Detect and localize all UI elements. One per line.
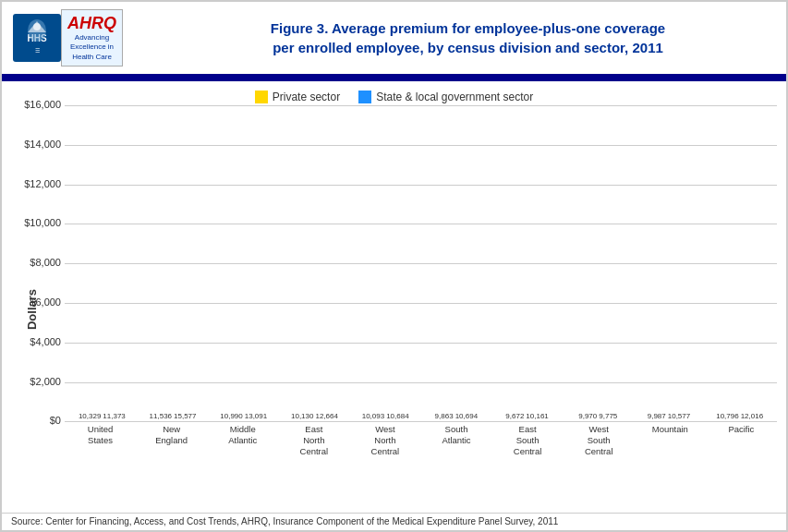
govt-bar-wrap: 11,373: [103, 412, 125, 421]
bar-group: 9,86310,694: [421, 105, 492, 421]
x-label: EastSouthCentral: [492, 421, 564, 457]
y-tick-label: $10,000: [17, 217, 61, 228]
y-tick-label: $4,000: [17, 336, 61, 347]
private-bar-wrap: 10,796: [716, 412, 738, 421]
chart-inner: $16,000$14,000$12,000$10,000$8,000$6,000…: [65, 105, 777, 457]
govt-swatch: [358, 91, 371, 103]
private-bar-wrap: 10,130: [291, 412, 313, 421]
title-line2: per enrolled employee, by census divisio…: [273, 40, 663, 55]
x-label: Mountain: [635, 421, 706, 457]
x-label: Pacific: [706, 421, 777, 457]
govt-bar-wrap: 9,775: [599, 412, 617, 421]
ahrq-text: AHRQ: [67, 14, 116, 33]
x-label: WestSouthCentral: [564, 421, 635, 457]
x-label: MiddleAtlantic: [207, 421, 278, 457]
bar-value-label: 13,091: [245, 412, 267, 420]
bar-value-label: 10,990: [220, 412, 242, 420]
govt-bar-wrap: 12,016: [741, 412, 763, 421]
bar-value-label: 10,684: [386, 412, 408, 420]
govt-bar-wrap: 13,091: [245, 412, 267, 421]
bar-group: 9,9709,775: [563, 105, 634, 421]
govt-bar-wrap: 10,161: [526, 412, 548, 421]
legend-private: Private sector: [255, 91, 340, 103]
bar-value-label: 10,161: [526, 412, 548, 420]
ahrq-logo: AHRQ AdvancingExcellence inHealth Care: [61, 9, 123, 66]
private-bar-wrap: 10,329: [79, 412, 101, 421]
bar-group: 10,32911,373: [67, 105, 138, 421]
bar-group: 9,98710,577: [634, 105, 705, 421]
bar-group: 9,67210,161: [491, 105, 563, 421]
govt-bar-wrap: 10,684: [386, 412, 408, 421]
govt-bar-wrap: 10,577: [668, 412, 690, 421]
x-label: EastNorthCentral: [278, 421, 349, 457]
y-axis-label: Dollars: [25, 289, 39, 330]
bar-value-label: 10,130: [291, 412, 313, 420]
source-text: Source: Center for Financing, Access, an…: [2, 513, 786, 530]
x-label: NewEngland: [136, 421, 207, 457]
y-tick-label: $12,000: [17, 178, 61, 189]
private-bar-wrap: 11,536: [150, 412, 172, 421]
bar-value-label: 11,536: [150, 412, 172, 420]
y-tick-label: $16,000: [17, 99, 61, 110]
bar-value-label: 11,373: [103, 412, 125, 420]
bar-value-label: 15,577: [174, 412, 196, 420]
private-bar-wrap: 9,970: [578, 412, 597, 421]
x-label: SouthAtlantic: [420, 421, 491, 457]
private-bar-wrap: 9,672: [505, 412, 524, 421]
x-label: UnitedStates: [65, 421, 136, 457]
private-bar-wrap: 10,990: [220, 412, 242, 421]
bar-group: 11,53615,577: [138, 105, 209, 421]
govt-bar-wrap: 12,664: [315, 412, 337, 421]
y-tick-label: $2,000: [17, 376, 61, 387]
bar-value-label: 9,987: [648, 412, 666, 420]
ahrq-sub: AdvancingExcellence inHealth Care: [67, 33, 116, 62]
private-swatch: [255, 91, 268, 103]
bars-container: 10,32911,37311,53615,57710,99013,09110,1…: [65, 105, 777, 421]
bar-value-label: 9,775: [599, 412, 617, 420]
y-tick-label: $6,000: [17, 296, 61, 308]
bar-value-label: 12,016: [741, 412, 763, 420]
title-area: Figure 3. Average premium for employee-p…: [161, 18, 775, 57]
svg-text:☰: ☰: [35, 48, 40, 54]
gridline: $0: [65, 421, 777, 422]
private-bar-wrap: 10,093: [362, 412, 384, 421]
svg-point-5: [33, 23, 41, 30]
govt-label: State & local government sector: [376, 91, 533, 103]
legend: Private sector State & local government …: [11, 91, 777, 103]
title-line1: Figure 3. Average premium for employee-p…: [271, 20, 665, 36]
private-bar-wrap: 9,987: [648, 412, 666, 421]
private-bar-wrap: 9,863: [435, 412, 454, 421]
bar-value-label: 10,577: [668, 412, 690, 420]
bar-group: 10,79612,016: [704, 105, 775, 421]
private-label: Private sector: [273, 91, 340, 103]
y-tick-label: $0: [17, 415, 61, 426]
x-label: WestNorthCentral: [349, 421, 420, 457]
govt-bar-wrap: 15,577: [174, 412, 196, 421]
header: HHS ☰ AHRQ AdvancingExcellence inHealth …: [2, 2, 786, 77]
bar-value-label: 10,694: [455, 412, 478, 420]
logo-area: HHS ☰ AHRQ AdvancingExcellence inHealth …: [13, 9, 161, 66]
y-tick-label: $14,000: [17, 139, 61, 150]
bar-group: 10,13012,664: [279, 105, 350, 421]
chart-container: Dollars $16,000$14,000$12,000$10,000$8,0…: [11, 105, 777, 513]
legend-govt: State & local government sector: [358, 91, 533, 103]
bar-value-label: 10,329: [79, 412, 101, 420]
hhs-logo: HHS ☰: [13, 14, 61, 62]
bar-group: 10,99013,091: [208, 105, 279, 421]
bar-value-label: 12,664: [315, 412, 337, 420]
chart-title: Figure 3. Average premium for employee-p…: [161, 18, 775, 57]
y-tick-label: $8,000: [17, 257, 61, 268]
page-container: HHS ☰ AHRQ AdvancingExcellence inHealth …: [0, 0, 788, 532]
bar-value-label: 9,970: [578, 412, 597, 420]
bar-value-label: 10,796: [716, 412, 738, 420]
bar-group: 10,09310,684: [350, 105, 421, 421]
chart-area: Private sector State & local government …: [2, 81, 786, 513]
gridlines-area: $16,000$14,000$12,000$10,000$8,000$6,000…: [65, 105, 777, 421]
bar-value-label: 9,672: [505, 412, 524, 420]
x-labels-row: UnitedStatesNewEnglandMiddleAtlanticEast…: [65, 421, 777, 457]
bar-value-label: 10,093: [362, 412, 384, 420]
bar-value-label: 9,863: [435, 412, 454, 420]
govt-bar-wrap: 10,694: [455, 412, 478, 421]
